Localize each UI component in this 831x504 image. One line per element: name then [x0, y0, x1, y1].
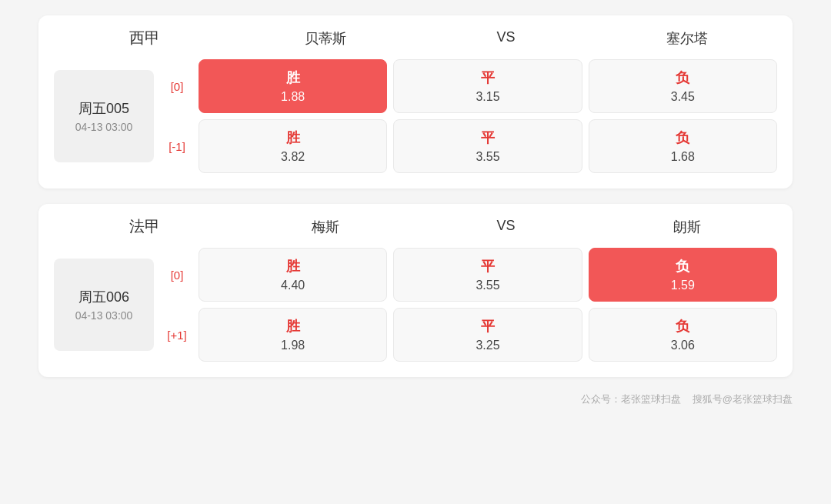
- odds-cell-0: 胜3.82: [199, 119, 387, 173]
- odds-cell-1: 平3.25: [393, 308, 582, 362]
- odds-row-1: [-1]胜3.82平3.55负1.68: [162, 119, 777, 173]
- league-name: 法甲: [54, 216, 235, 237]
- odds-value: 1.59: [671, 279, 695, 292]
- team-away: 朗斯: [596, 218, 777, 236]
- watermark-text: 公众号：老张篮球扫盘 搜狐号@老张篮球扫盘: [581, 392, 793, 406]
- odds-value: 1.68: [671, 150, 695, 164]
- odds-value: 3.55: [476, 279, 499, 292]
- odds-cell-2: 负3.45: [589, 59, 777, 113]
- outcome-label: 负: [676, 317, 689, 335]
- odds-value: 3.06: [671, 339, 695, 352]
- odds-cell-0: 胜1.98: [199, 308, 387, 362]
- odds-value: 3.25: [476, 339, 499, 352]
- odds-row-0: [0]胜4.40平3.55负1.59: [162, 248, 777, 302]
- watermark: 公众号：老张篮球扫盘 搜狐号@老张篮球扫盘: [38, 392, 793, 406]
- odds-value: 4.40: [281, 279, 305, 292]
- team-home: 贝蒂斯: [235, 29, 416, 48]
- team-home: 梅斯: [235, 218, 416, 236]
- match-info: 周五00504-13 03:00: [54, 70, 154, 162]
- match-id: 周五006: [78, 288, 129, 306]
- outcome-label: 胜: [286, 257, 300, 275]
- outcome-label: 胜: [286, 68, 300, 87]
- handicap-label: [+1]: [162, 329, 192, 342]
- section-header: 西甲贝蒂斯VS塞尔塔: [54, 28, 777, 48]
- section-0: 西甲贝蒂斯VS塞尔塔周五00504-13 03:00[0]胜1.88平3.15负…: [38, 15, 793, 189]
- odds-cells: 胜4.40平3.55负1.59: [199, 248, 777, 302]
- section-1: 法甲梅斯VS朗斯周五00604-13 03:00[0]胜4.40平3.55负1.…: [38, 204, 793, 377]
- odds-row-0: [0]胜1.88平3.15负3.45: [162, 59, 777, 113]
- odds-value: 1.98: [281, 339, 305, 352]
- odds-cell-1: 平3.55: [393, 248, 582, 302]
- odds-cells: 胜1.88平3.15负3.45: [199, 59, 777, 113]
- vs-label: VS: [416, 29, 596, 48]
- odds-cell-1: 平3.15: [393, 59, 582, 113]
- teams-header: 梅斯VS朗斯: [235, 218, 777, 236]
- match-info: 周五00604-13 03:00: [54, 259, 154, 351]
- outcome-label: 平: [481, 129, 495, 147]
- match-row: 周五00504-13 03:00[0]胜1.88平3.15负3.45[-1]胜3…: [54, 59, 777, 173]
- outcome-label: 平: [481, 317, 495, 335]
- odds-block: [0]胜1.88平3.15负3.45[-1]胜3.82平3.55负1.68: [162, 59, 777, 173]
- section-header: 法甲梅斯VS朗斯: [54, 216, 777, 237]
- odds-value: 3.15: [476, 90, 499, 104]
- team-away: 塞尔塔: [596, 29, 777, 48]
- odds-block: [0]胜4.40平3.55负1.59[+1]胜1.98平3.25负3.06: [162, 248, 777, 362]
- outcome-label: 负: [676, 68, 689, 87]
- odds-value: 3.45: [671, 90, 695, 104]
- odds-cell-0: 胜4.40: [199, 248, 387, 302]
- odds-cell-2: 负1.68: [589, 119, 777, 173]
- odds-row-1: [+1]胜1.98平3.25负3.06: [162, 308, 777, 362]
- outcome-label: 平: [481, 68, 495, 87]
- odds-cell-1: 平3.55: [393, 119, 582, 173]
- odds-cells: 胜1.98平3.25负3.06: [199, 308, 777, 362]
- match-date: 04-13 03:00: [75, 121, 133, 133]
- teams-header: 贝蒂斯VS塞尔塔: [235, 29, 777, 48]
- outcome-label: 负: [676, 257, 689, 275]
- match-id: 周五005: [78, 99, 129, 118]
- outcome-label: 胜: [286, 317, 300, 335]
- league-name: 西甲: [54, 28, 235, 48]
- odds-value: 1.88: [281, 90, 305, 104]
- odds-value: 3.55: [476, 150, 499, 164]
- odds-cell-2: 负1.59: [589, 248, 777, 302]
- match-row: 周五00604-13 03:00[0]胜4.40平3.55负1.59[+1]胜1…: [54, 248, 777, 362]
- vs-label: VS: [416, 218, 596, 236]
- handicap-label: [0]: [162, 80, 192, 93]
- odds-value: 3.82: [281, 150, 305, 164]
- odds-cell-2: 负3.06: [589, 308, 777, 362]
- outcome-label: 胜: [286, 129, 300, 147]
- handicap-label: [-1]: [162, 140, 192, 153]
- outcome-label: 平: [481, 257, 495, 275]
- match-date: 04-13 03:00: [75, 309, 133, 322]
- handicap-label: [0]: [162, 269, 192, 282]
- odds-cell-0: 胜1.88: [199, 59, 387, 113]
- odds-cells: 胜3.82平3.55负1.68: [199, 119, 777, 173]
- outcome-label: 负: [676, 129, 689, 147]
